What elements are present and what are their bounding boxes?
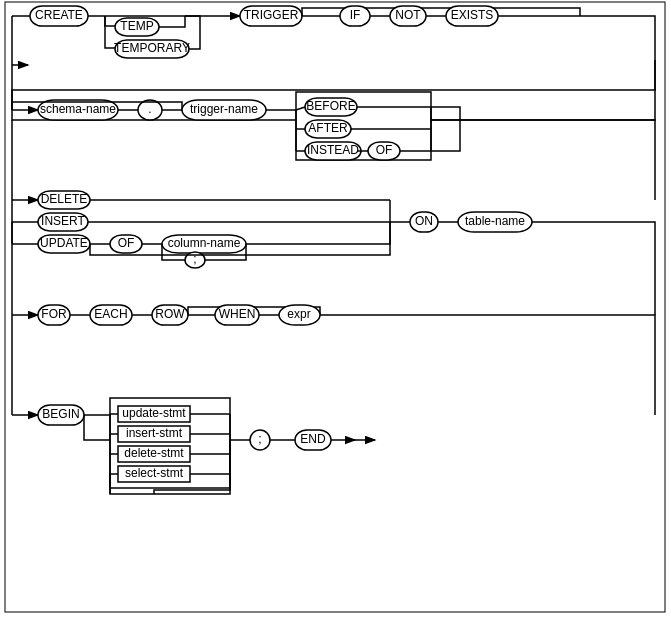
temp-label: TEMP bbox=[120, 19, 153, 33]
dot-label: . bbox=[148, 102, 151, 116]
end-label: END bbox=[300, 432, 326, 446]
row-label: ROW bbox=[155, 307, 185, 321]
trigger-label: TRIGGER bbox=[244, 8, 299, 22]
column-name-label: column-name bbox=[168, 236, 241, 250]
not-label: NOT bbox=[395, 8, 421, 22]
insert-stmt-label: insert-stmt bbox=[126, 426, 183, 440]
temporary-label: TEMPORARY bbox=[114, 41, 190, 55]
update-stmt-label: update-stmt bbox=[122, 406, 186, 420]
of-label: OF bbox=[376, 143, 393, 157]
delete-stmt-label: delete-stmt bbox=[124, 446, 184, 460]
for-label: FOR bbox=[41, 307, 67, 321]
delete-label: DELETE bbox=[41, 192, 88, 206]
diagram-container: CREATE TEMP TEMPORARY TRIGGER IF NOT EXI… bbox=[0, 0, 671, 622]
after-label: AFTER bbox=[308, 121, 348, 135]
exists-label: EXISTS bbox=[451, 8, 494, 22]
update-label: UPDATE bbox=[40, 236, 88, 250]
if-label: IF bbox=[350, 8, 361, 22]
table-name-label: table-name bbox=[465, 214, 525, 228]
begin-label: BEGIN bbox=[42, 407, 79, 421]
when-label: WHEN bbox=[219, 307, 256, 321]
trigger-name-label: trigger-name bbox=[190, 102, 258, 116]
insert-label: INSERT bbox=[41, 214, 85, 228]
of2-label: OF bbox=[118, 236, 135, 250]
before-label: BEFORE bbox=[306, 99, 355, 113]
each-label: EACH bbox=[94, 307, 127, 321]
create-label: CREATE bbox=[35, 8, 83, 22]
schema-name-label: schema-name bbox=[40, 102, 116, 116]
on-label: ON bbox=[415, 214, 433, 228]
instead-label: INSTEAD bbox=[307, 143, 359, 157]
semicolon2-label: ; bbox=[258, 432, 261, 446]
select-stmt-label: select-stmt bbox=[125, 466, 184, 480]
expr-label: expr bbox=[287, 307, 310, 321]
